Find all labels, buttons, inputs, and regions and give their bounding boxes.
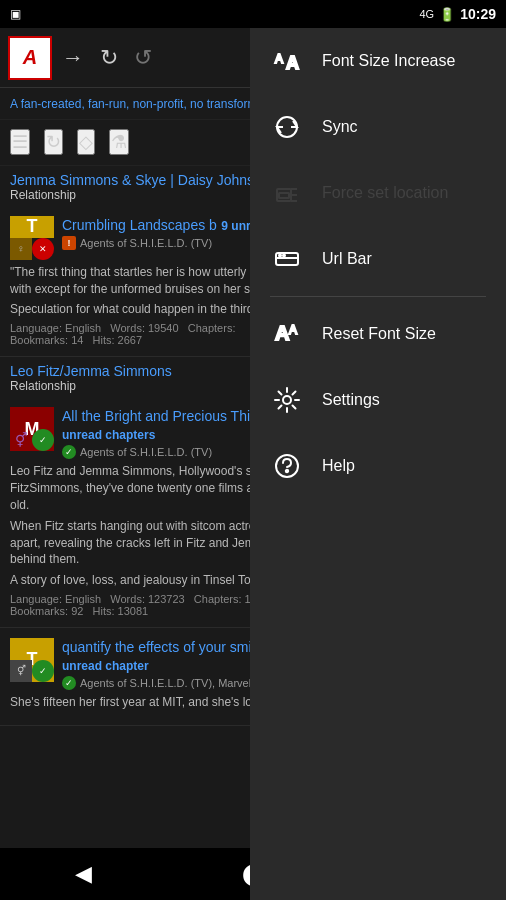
refresh-filter-button[interactable]: ↻ — [44, 129, 63, 155]
status-left: ▣ — [10, 7, 414, 21]
menu-item-font-increase[interactable]: A A Font Size Increase — [250, 28, 506, 94]
svg-point-9 — [279, 255, 281, 257]
menu-label-help: Help — [322, 457, 355, 475]
menu-item-reset-font[interactable]: A A Reset Font Size — [250, 301, 506, 367]
svg-point-10 — [283, 255, 285, 257]
refresh-button[interactable]: ↻ — [100, 45, 118, 71]
story-title-2[interactable]: All the Bright and Precious Things — [62, 408, 273, 424]
help-icon — [270, 449, 304, 483]
logo-text: A — [23, 46, 37, 69]
svg-text:A: A — [275, 52, 283, 66]
menu-label-sync: Sync — [322, 118, 358, 136]
svg-point-15 — [286, 470, 288, 472]
font-increase-icon: A A — [270, 44, 304, 78]
bookmark-button[interactable]: ◇ — [77, 129, 95, 155]
svg-point-13 — [283, 396, 291, 404]
fandom-icon-3: ✓ — [62, 676, 76, 690]
settings-icon — [270, 383, 304, 417]
overlay-menu: A A Font Size Increase Sync — [250, 28, 506, 900]
story-title-1[interactable]: Crumbling Landscapes b — [62, 217, 217, 233]
story-thumb-1: T ♀ ✕ — [10, 216, 54, 260]
force-location-icon — [270, 176, 304, 210]
svg-rect-3 — [279, 193, 289, 198]
fandom-icon-1: ! — [62, 236, 76, 250]
menu-item-sync[interactable]: Sync — [250, 94, 506, 160]
app-logo[interactable]: A — [8, 36, 52, 80]
fandom-icon-2: ✓ — [62, 445, 76, 459]
url-bar-icon — [270, 242, 304, 276]
battery-icon: 🔋 — [439, 7, 455, 22]
menu-label-settings: Settings — [322, 391, 380, 409]
story-thumb-3: T ⚥ ✓ — [10, 638, 54, 682]
story-thumb-2: M ⚥ ✓ — [10, 407, 54, 451]
menu-item-settings[interactable]: Settings — [250, 367, 506, 433]
list-view-button[interactable]: ☰ — [10, 129, 30, 155]
svg-text:A: A — [289, 323, 297, 337]
network-label: 4G — [420, 8, 435, 20]
unread-indicator-1: ✕ — [32, 238, 54, 260]
unread-indicator-3: ✓ — [32, 660, 54, 682]
menu-item-url-bar[interactable]: Url Bar — [250, 226, 506, 292]
menu-label-url-bar: Url Bar — [322, 250, 372, 268]
time-label: 10:29 — [460, 6, 496, 22]
menu-label-font-increase: Font Size Increase — [322, 52, 455, 70]
menu-item-help[interactable]: Help — [250, 433, 506, 499]
forward-button[interactable]: → — [62, 45, 84, 71]
back-nav-button[interactable]: ◀ — [55, 853, 112, 895]
back-history-button[interactable]: ↺ — [134, 45, 152, 71]
status-icons: 4G 🔋 10:29 — [420, 6, 497, 22]
menu-divider — [270, 296, 486, 297]
svg-text:A: A — [286, 53, 299, 73]
notification-icon: ▣ — [10, 7, 21, 21]
filter-button[interactable]: ⚗ — [109, 129, 129, 155]
status-bar: ▣ 4G 🔋 10:29 — [0, 0, 506, 28]
menu-label-reset-font: Reset Font Size — [322, 325, 436, 343]
sync-icon — [270, 110, 304, 144]
fandom-icon-1a: ♀ — [17, 243, 25, 254]
svg-text:A: A — [275, 322, 289, 344]
menu-item-force-location[interactable]: Force set location — [250, 160, 506, 226]
gender-icon-3: ⚥ — [17, 665, 26, 676]
menu-label-force-location: Force set location — [322, 184, 448, 202]
reset-font-icon: A A — [270, 317, 304, 351]
gender-icon-2: ⚥ — [15, 432, 28, 448]
